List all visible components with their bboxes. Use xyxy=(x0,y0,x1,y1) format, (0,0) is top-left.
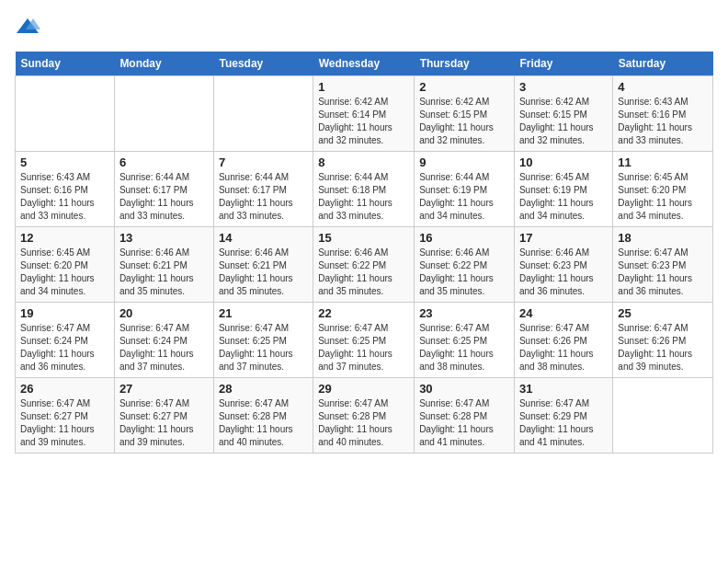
day-number: 26 xyxy=(20,382,109,396)
calendar-cell: 20Sunrise: 6:47 AM Sunset: 6:24 PM Dayli… xyxy=(114,303,213,378)
day-info: Sunrise: 6:47 AM Sunset: 6:28 PM Dayligh… xyxy=(219,397,308,449)
calendar-cell: 16Sunrise: 6:46 AM Sunset: 6:22 PM Dayli… xyxy=(415,227,515,303)
day-number: 12 xyxy=(20,231,109,245)
day-info: Sunrise: 6:47 AM Sunset: 6:29 PM Dayligh… xyxy=(519,397,608,449)
day-number: 15 xyxy=(318,231,409,245)
calendar-week-row: 26Sunrise: 6:47 AM Sunset: 6:27 PM Dayli… xyxy=(16,378,713,454)
day-number: 21 xyxy=(219,306,308,320)
calendar-cell: 10Sunrise: 6:45 AM Sunset: 6:19 PM Dayli… xyxy=(514,152,612,227)
day-info: Sunrise: 6:47 AM Sunset: 6:24 PM Dayligh… xyxy=(20,322,109,373)
day-number: 10 xyxy=(519,155,608,169)
calendar-cell: 5Sunrise: 6:43 AM Sunset: 6:16 PM Daylig… xyxy=(16,152,115,227)
day-number: 29 xyxy=(318,382,409,396)
calendar-cell: 25Sunrise: 6:47 AM Sunset: 6:26 PM Dayli… xyxy=(613,303,713,378)
calendar-cell: 27Sunrise: 6:47 AM Sunset: 6:27 PM Dayli… xyxy=(114,378,213,454)
day-number: 27 xyxy=(119,382,209,396)
logo-icon xyxy=(15,15,40,40)
day-number: 22 xyxy=(318,306,409,320)
calendar-cell xyxy=(213,76,313,152)
weekday-header-tuesday: Tuesday xyxy=(213,52,313,76)
day-info: Sunrise: 6:47 AM Sunset: 6:27 PM Dayligh… xyxy=(119,397,209,449)
day-info: Sunrise: 6:47 AM Sunset: 6:25 PM Dayligh… xyxy=(318,322,409,373)
calendar-cell: 13Sunrise: 6:46 AM Sunset: 6:21 PM Dayli… xyxy=(114,227,213,303)
day-number: 30 xyxy=(419,382,509,396)
day-number: 7 xyxy=(219,155,308,169)
calendar-cell: 4Sunrise: 6:43 AM Sunset: 6:16 PM Daylig… xyxy=(613,76,713,152)
calendar-cell: 15Sunrise: 6:46 AM Sunset: 6:22 PM Dayli… xyxy=(313,227,415,303)
day-number: 8 xyxy=(318,155,409,169)
day-info: Sunrise: 6:47 AM Sunset: 6:23 PM Dayligh… xyxy=(618,247,708,298)
calendar-cell: 23Sunrise: 6:47 AM Sunset: 6:25 PM Dayli… xyxy=(415,303,515,378)
day-info: Sunrise: 6:46 AM Sunset: 6:22 PM Dayligh… xyxy=(318,247,409,298)
calendar-cell: 14Sunrise: 6:46 AM Sunset: 6:21 PM Dayli… xyxy=(213,227,313,303)
day-number: 24 xyxy=(519,306,608,320)
calendar-table: SundayMondayTuesdayWednesdayThursdayFrid… xyxy=(15,52,713,454)
calendar-cell: 28Sunrise: 6:47 AM Sunset: 6:28 PM Dayli… xyxy=(213,378,313,454)
day-info: Sunrise: 6:42 AM Sunset: 6:15 PM Dayligh… xyxy=(519,96,608,147)
day-number: 25 xyxy=(618,306,708,320)
day-info: Sunrise: 6:45 AM Sunset: 6:20 PM Dayligh… xyxy=(20,247,109,298)
calendar-cell: 22Sunrise: 6:47 AM Sunset: 6:25 PM Dayli… xyxy=(313,303,415,378)
calendar-cell xyxy=(613,378,713,454)
weekday-header-monday: Monday xyxy=(114,52,213,76)
day-info: Sunrise: 6:47 AM Sunset: 6:26 PM Dayligh… xyxy=(519,322,608,373)
calendar-cell: 3Sunrise: 6:42 AM Sunset: 6:15 PM Daylig… xyxy=(514,76,612,152)
calendar-cell: 29Sunrise: 6:47 AM Sunset: 6:28 PM Dayli… xyxy=(313,378,415,454)
weekday-header-sunday: Sunday xyxy=(16,52,115,76)
calendar-week-row: 19Sunrise: 6:47 AM Sunset: 6:24 PM Dayli… xyxy=(16,303,713,378)
calendar-cell: 2Sunrise: 6:42 AM Sunset: 6:15 PM Daylig… xyxy=(415,76,515,152)
calendar-cell: 26Sunrise: 6:47 AM Sunset: 6:27 PM Dayli… xyxy=(16,378,115,454)
calendar-cell: 18Sunrise: 6:47 AM Sunset: 6:23 PM Dayli… xyxy=(613,227,713,303)
calendar-cell: 17Sunrise: 6:46 AM Sunset: 6:23 PM Dayli… xyxy=(514,227,612,303)
day-info: Sunrise: 6:47 AM Sunset: 6:25 PM Dayligh… xyxy=(219,322,308,373)
day-info: Sunrise: 6:45 AM Sunset: 6:20 PM Dayligh… xyxy=(618,171,708,223)
weekday-header-friday: Friday xyxy=(514,52,612,76)
calendar-cell: 31Sunrise: 6:47 AM Sunset: 6:29 PM Dayli… xyxy=(514,378,612,454)
day-number: 5 xyxy=(20,155,109,169)
day-info: Sunrise: 6:43 AM Sunset: 6:16 PM Dayligh… xyxy=(618,96,708,147)
day-info: Sunrise: 6:47 AM Sunset: 6:26 PM Dayligh… xyxy=(618,322,708,373)
day-info: Sunrise: 6:47 AM Sunset: 6:28 PM Dayligh… xyxy=(419,397,509,449)
day-number: 17 xyxy=(519,231,608,245)
day-info: Sunrise: 6:45 AM Sunset: 6:19 PM Dayligh… xyxy=(519,171,608,223)
day-info: Sunrise: 6:47 AM Sunset: 6:24 PM Dayligh… xyxy=(119,322,209,373)
day-number: 19 xyxy=(20,306,109,320)
calendar-cell: 24Sunrise: 6:47 AM Sunset: 6:26 PM Dayli… xyxy=(514,303,612,378)
calendar-cell: 1Sunrise: 6:42 AM Sunset: 6:14 PM Daylig… xyxy=(313,76,415,152)
day-info: Sunrise: 6:42 AM Sunset: 6:14 PM Dayligh… xyxy=(318,96,409,147)
day-number: 14 xyxy=(219,231,308,245)
day-info: Sunrise: 6:44 AM Sunset: 6:17 PM Dayligh… xyxy=(219,171,308,223)
day-number: 13 xyxy=(119,231,209,245)
weekday-header-wednesday: Wednesday xyxy=(313,52,415,76)
day-info: Sunrise: 6:47 AM Sunset: 6:25 PM Dayligh… xyxy=(419,322,509,373)
day-info: Sunrise: 6:44 AM Sunset: 6:19 PM Dayligh… xyxy=(419,171,509,223)
day-number: 20 xyxy=(119,306,209,320)
day-info: Sunrise: 6:47 AM Sunset: 6:27 PM Dayligh… xyxy=(20,397,109,449)
calendar-cell: 9Sunrise: 6:44 AM Sunset: 6:19 PM Daylig… xyxy=(415,152,515,227)
day-info: Sunrise: 6:43 AM Sunset: 6:16 PM Dayligh… xyxy=(20,171,109,223)
calendar-week-row: 5Sunrise: 6:43 AM Sunset: 6:16 PM Daylig… xyxy=(16,152,713,227)
calendar-cell xyxy=(114,76,213,152)
day-number: 3 xyxy=(519,80,608,94)
calendar-cell: 19Sunrise: 6:47 AM Sunset: 6:24 PM Dayli… xyxy=(16,303,115,378)
day-number: 23 xyxy=(419,306,509,320)
weekday-header-row: SundayMondayTuesdayWednesdayThursdayFrid… xyxy=(16,52,713,76)
day-number: 9 xyxy=(419,155,509,169)
day-number: 2 xyxy=(419,80,509,94)
day-info: Sunrise: 6:42 AM Sunset: 6:15 PM Dayligh… xyxy=(419,96,509,147)
calendar-week-row: 12Sunrise: 6:45 AM Sunset: 6:20 PM Dayli… xyxy=(16,227,713,303)
day-info: Sunrise: 6:46 AM Sunset: 6:23 PM Dayligh… xyxy=(519,247,608,298)
day-info: Sunrise: 6:46 AM Sunset: 6:21 PM Dayligh… xyxy=(119,247,209,298)
calendar-cell: 30Sunrise: 6:47 AM Sunset: 6:28 PM Dayli… xyxy=(415,378,515,454)
calendar-week-row: 1Sunrise: 6:42 AM Sunset: 6:14 PM Daylig… xyxy=(16,76,713,152)
day-number: 6 xyxy=(119,155,209,169)
day-number: 18 xyxy=(618,231,708,245)
calendar-cell: 8Sunrise: 6:44 AM Sunset: 6:18 PM Daylig… xyxy=(313,152,415,227)
day-info: Sunrise: 6:44 AM Sunset: 6:17 PM Dayligh… xyxy=(119,171,209,223)
day-number: 28 xyxy=(219,382,308,396)
calendar-cell: 12Sunrise: 6:45 AM Sunset: 6:20 PM Dayli… xyxy=(16,227,115,303)
calendar-cell: 11Sunrise: 6:45 AM Sunset: 6:20 PM Dayli… xyxy=(613,152,713,227)
calendar-cell: 6Sunrise: 6:44 AM Sunset: 6:17 PM Daylig… xyxy=(114,152,213,227)
weekday-header-thursday: Thursday xyxy=(415,52,515,76)
day-number: 11 xyxy=(618,155,708,169)
